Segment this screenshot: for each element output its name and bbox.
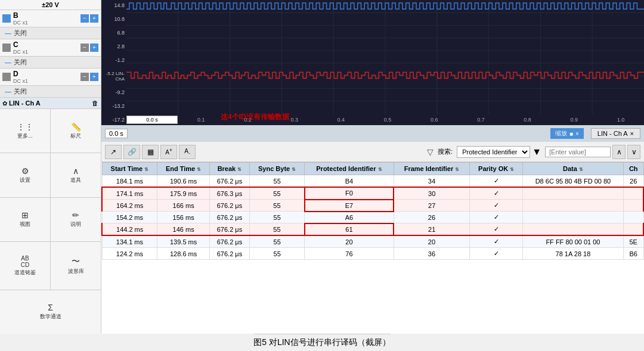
- x-label-8: 0.8: [504, 117, 551, 123]
- delete-lin-icon[interactable]: 🗑: [92, 100, 98, 107]
- font-up-button[interactable]: A+: [160, 145, 177, 159]
- tool-math-label: 数学通道: [40, 313, 61, 321]
- x-label-5: 0.5: [364, 117, 411, 123]
- tool-more[interactable]: ⋮⋮ 更多...: [0, 109, 50, 153]
- nav-down-icon: ∨: [631, 148, 637, 156]
- y-axis: 14.8 10.8 6.8 2.8 -1.2 -5.2 LIN-ChA -9.2…: [101, 0, 126, 125]
- search-label: 搜索:: [438, 147, 453, 156]
- channel-c-row: C DC x1 − +: [0, 39, 101, 57]
- notes-icon: ✏: [72, 210, 79, 220]
- channel-c-color: [2, 44, 11, 52]
- oscilloscope-chart: 14.8 10.8 6.8 2.8 -1.2 -5.2 LIN-ChA -9.2…: [101, 0, 644, 125]
- y-label-4: -1.2: [101, 57, 126, 63]
- filter-icon: ▽: [427, 147, 434, 157]
- channel-b-minus[interactable]: −: [80, 14, 89, 23]
- x-label-9: 0.9: [551, 117, 597, 123]
- x-label-1: 0.1: [178, 117, 224, 123]
- link-icon: 🔗: [128, 148, 137, 156]
- sigma-icon: Σ: [48, 303, 53, 312]
- lin-channel-row[interactable]: ✿ LIN - Ch A 🗑: [0, 98, 101, 109]
- voltage-label: ±20 V: [0, 0, 101, 10]
- tool-more-label: 更多...: [17, 132, 33, 140]
- channel-c-dc: DC x1: [13, 49, 79, 55]
- channel-d-row: D DC x1 − +: [0, 69, 101, 86]
- x-label-0: 0.0 s: [126, 116, 178, 124]
- channel-c-plus[interactable]: +: [90, 44, 98, 52]
- x-label-6: 0.6: [411, 117, 457, 123]
- zoom-control[interactable]: 缩放 ■ ×: [550, 128, 584, 139]
- channel-b-row: B DC x1 − +: [0, 10, 101, 27]
- lin-tab-close[interactable]: ×: [630, 130, 634, 137]
- annotation-text: 这4个ID没有传输数据: [221, 112, 289, 122]
- caption-text: 图5 对LIN信号进行串行译码（截屏）: [253, 337, 390, 348]
- channel-d-name: D: [13, 70, 79, 78]
- channel-d-plus[interactable]: +: [90, 73, 98, 81]
- tool-math[interactable]: Σ 数学通道: [0, 290, 101, 334]
- dropdown-arrow-icon: ▼: [532, 147, 541, 157]
- channel-d-color: [2, 73, 11, 81]
- tool-notes-label: 说明: [70, 220, 81, 228]
- channel-c-minus[interactable]: −: [80, 44, 89, 52]
- search-input[interactable]: [545, 147, 611, 157]
- table-row: 184.1 ms190.6 ms676.2 μs55B434✓D8 6C 95 …: [102, 175, 643, 188]
- font-down-button[interactable]: A-: [179, 145, 196, 159]
- tool-grid: ⋮⋮ 更多... 📏 标尺 ⚙ 设置 ∧ 道具 ⊞ 视图 ✏ 说明: [0, 109, 101, 334]
- tool-decode[interactable]: ABCD 道道铭鉴: [0, 242, 50, 289]
- toolbar-row: ↗ 🔗 ▦ A+ A- ▽ 搜索: Protected Iden: [101, 142, 644, 162]
- osc-plot-area: [126, 0, 644, 114]
- tool-measure-label: 道具: [70, 176, 81, 184]
- col-protected-id: Protected Identifier ⇅: [305, 163, 394, 175]
- y-label-2: 6.8: [101, 30, 126, 36]
- waveform-icon: 〜: [72, 256, 80, 267]
- tool-view[interactable]: ⊞ 视图: [0, 198, 50, 241]
- zoom-close-icon[interactable]: ×: [575, 131, 579, 137]
- y-label-5: -5.2 LIN-ChA: [101, 71, 126, 82]
- tool-waveform-label: 波形库: [68, 268, 84, 275]
- search-dropdown[interactable]: Protected Identifier: [457, 146, 530, 158]
- col-data: Data ⇅: [522, 163, 623, 175]
- x-label-10: 1.0: [597, 117, 644, 123]
- channel-b-closed: — 关闭: [0, 27, 101, 39]
- lin-tab-label: LIN - Ch A: [597, 130, 628, 137]
- col-sync-byte: Sync Byte ⇅: [250, 163, 305, 175]
- lin-channel-label: LIN - Ch A: [9, 100, 92, 107]
- font-up-icon: A+: [165, 147, 172, 156]
- tool-measure[interactable]: ∧ 道具: [51, 153, 101, 197]
- tool-ruler-label: 标尺: [70, 132, 81, 140]
- view-icon: ⊞: [21, 210, 29, 220]
- table-row: 174.1 ms175.9 ms676.3 μs55F030✓: [102, 187, 643, 200]
- link-button[interactable]: 🔗: [123, 145, 140, 159]
- col-start-time: Start Time ⇅: [102, 163, 157, 175]
- export-button[interactable]: ↗: [105, 145, 122, 159]
- caption-bar: 图5 对LIN信号进行串行译码（截屏）: [253, 334, 390, 351]
- y-label-0: 14.8: [101, 2, 126, 8]
- right-content: 14.8 10.8 6.8 2.8 -1.2 -5.2 LIN-ChA -9.2…: [101, 0, 644, 334]
- channel-b-plus[interactable]: +: [90, 14, 98, 23]
- tool-settings[interactable]: ⚙ 设置: [0, 153, 50, 197]
- export-icon: ↗: [110, 148, 116, 156]
- tool-decode-label: 道道铭鉴: [14, 269, 36, 277]
- font-down-icon: A-: [184, 148, 190, 156]
- lin-icon: ✿: [2, 100, 7, 107]
- col-parity: Parity OK ⇅: [470, 163, 523, 175]
- data-area: ↗ 🔗 ▦ A+ A- ▽ 搜索: Protected Iden: [101, 142, 644, 334]
- table-button[interactable]: ▦: [142, 145, 159, 159]
- table-row: 154.2 ms156 ms676.2 μs55A626✓: [102, 212, 643, 223]
- time-display[interactable]: 0.0 s: [105, 129, 128, 138]
- tool-ruler[interactable]: 📏 标尺: [51, 109, 101, 153]
- y-label-3: 2.8: [101, 44, 126, 49]
- tool-settings-label: 设置: [20, 176, 30, 184]
- col-ch: Ch: [623, 163, 643, 175]
- nav-up-button[interactable]: ∧: [612, 145, 626, 159]
- nav-down-button[interactable]: ∨: [627, 145, 640, 159]
- channel-b-color: [2, 14, 11, 23]
- decode-icon: ABCD: [21, 255, 29, 268]
- channel-d-minus[interactable]: −: [80, 73, 89, 81]
- tool-waveform[interactable]: 〜 波形库: [51, 242, 101, 289]
- x-label-4: 0.4: [318, 117, 364, 123]
- col-end-time: End Time ⇅: [157, 163, 210, 175]
- channel-c-closed: — 关闭: [0, 57, 101, 69]
- x-label-7: 0.7: [457, 117, 504, 123]
- lin-tab[interactable]: LIN - Ch A ×: [591, 128, 640, 139]
- tool-notes[interactable]: ✏ 说明: [51, 198, 101, 241]
